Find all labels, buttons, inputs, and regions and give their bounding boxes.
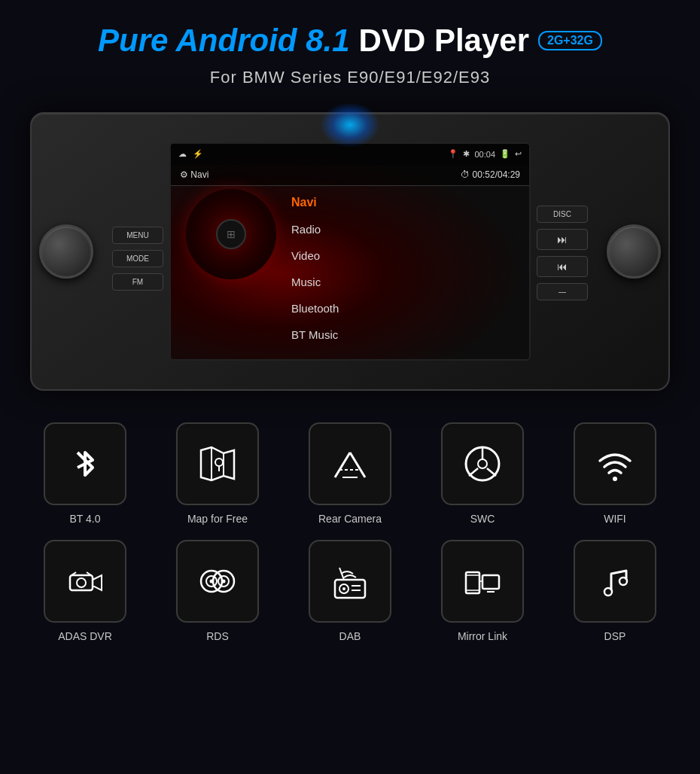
svg-line-12 bbox=[469, 468, 478, 476]
disc-button[interactable]: DISC bbox=[537, 206, 588, 223]
feature-box-rear-camera bbox=[309, 422, 391, 505]
svg-point-25 bbox=[222, 580, 226, 584]
menu-button[interactable]: MENU bbox=[112, 227, 163, 244]
menu-item-bluetooth[interactable]: Bluetooth bbox=[276, 295, 529, 321]
mirror-link-icon bbox=[460, 559, 505, 604]
subtitle: For BMW Series E90/E91/E92/E93 bbox=[15, 68, 685, 87]
menu-item-btmusic[interactable]: BT Music bbox=[276, 321, 529, 348]
timer-display: ⏱ 00:52/04:29 bbox=[461, 169, 520, 180]
feature-rds: RDS bbox=[163, 540, 272, 642]
dsp-icon bbox=[592, 559, 638, 604]
left-panel: MENU MODE FM bbox=[112, 212, 163, 291]
svg-point-28 bbox=[342, 587, 345, 590]
feature-box-mirror bbox=[441, 540, 524, 623]
feature-box-wifi bbox=[574, 422, 656, 505]
main-screen: NAVI ⏏ ☁ ⚡ 📍 ✱ 00:04 🔋 ↩ bbox=[169, 142, 531, 361]
feature-box-rds bbox=[176, 540, 259, 623]
dab-icon bbox=[327, 559, 373, 604]
sub-status-bar: ⚙ Navi ⏱ 00:52/04:29 bbox=[171, 165, 529, 186]
feature-bt: BT 4.0 bbox=[30, 422, 140, 525]
menu-item-video[interactable]: Video bbox=[276, 242, 529, 269]
feature-swc: SWC bbox=[428, 422, 537, 525]
mode-button[interactable]: MODE bbox=[112, 250, 163, 267]
svg-rect-35 bbox=[482, 575, 499, 589]
left-buttons: MENU MODE FM bbox=[112, 227, 163, 291]
right-knob[interactable] bbox=[607, 224, 661, 279]
feature-box-dab bbox=[309, 540, 391, 623]
svg-point-16 bbox=[77, 578, 86, 587]
disc-inner: ⊞ bbox=[216, 219, 246, 249]
menu-item-navi[interactable]: Navi bbox=[276, 189, 529, 216]
feature-box-map bbox=[176, 422, 259, 505]
device-section: MENU MODE FM NAVI ⏏ ☁ ⚡ 📍 ✱ 0 bbox=[26, 102, 674, 400]
cloud-icon: ☁ bbox=[178, 149, 187, 159]
feature-box-dsp bbox=[574, 540, 656, 623]
svg-line-6 bbox=[350, 453, 365, 477]
feature-box-adas bbox=[44, 540, 126, 623]
svg-point-10 bbox=[478, 459, 487, 468]
feature-dsp: DSP bbox=[560, 540, 670, 642]
wifi-label: WIFI bbox=[604, 513, 626, 525]
right-panel: DISC ⏭ ⏮ — bbox=[537, 202, 588, 300]
svg-point-38 bbox=[604, 588, 612, 596]
map-label: Map for Free bbox=[187, 513, 248, 525]
title-dvd: DVD Player bbox=[359, 23, 529, 59]
features-section: BT 4.0 Map for Free bbox=[0, 407, 700, 650]
feature-dab: DAB bbox=[295, 540, 405, 642]
main-title: Pure Android 8.1 DVD Player 2G+32G bbox=[98, 23, 602, 59]
svg-point-39 bbox=[619, 577, 627, 585]
next-button[interactable]: ⏭ bbox=[537, 229, 588, 250]
features-grid: BT 4.0 Map for Free bbox=[30, 422, 670, 642]
rear-camera-icon bbox=[327, 441, 373, 486]
disc-graphic: ⊞ bbox=[186, 189, 276, 279]
feature-mirror: Mirror Link bbox=[428, 540, 537, 642]
map-icon bbox=[195, 441, 240, 486]
svg-point-14 bbox=[613, 477, 617, 481]
fm-button[interactable]: FM bbox=[112, 273, 163, 291]
page-header: Pure Android 8.1 DVD Player 2G+32G For B… bbox=[0, 0, 700, 95]
mirror-label: Mirror Link bbox=[458, 630, 507, 642]
svg-line-5 bbox=[335, 453, 350, 477]
battery-icon: 🔋 bbox=[500, 149, 510, 159]
bluetooth-status-icon: ✱ bbox=[463, 149, 470, 159]
time-display: 00:04 bbox=[474, 150, 495, 159]
bluetooth-icon bbox=[62, 441, 108, 486]
disc-outer: ⊞ bbox=[186, 189, 276, 279]
minus-button[interactable]: — bbox=[537, 283, 588, 300]
grid-icon: ⊞ bbox=[227, 228, 236, 240]
title-android: Pure Android 8.1 bbox=[98, 23, 350, 59]
status-left: ☁ ⚡ bbox=[178, 149, 203, 159]
bt-label: BT 4.0 bbox=[70, 513, 101, 525]
menu-item-radio[interactable]: Radio bbox=[276, 216, 529, 242]
svg-marker-17 bbox=[93, 575, 102, 590]
adas-label: ADAS DVR bbox=[58, 630, 112, 642]
steering-wheel-icon bbox=[460, 441, 505, 486]
feature-adas: ADAS DVR bbox=[30, 540, 140, 642]
rds-label: RDS bbox=[206, 630, 229, 642]
menu-item-music[interactable]: Music bbox=[276, 269, 529, 295]
wifi-icon bbox=[592, 441, 638, 486]
swc-label: SWC bbox=[470, 513, 495, 525]
feature-wifi: WIFI bbox=[560, 422, 670, 525]
glow-effect bbox=[320, 102, 380, 148]
back-icon[interactable]: ↩ bbox=[515, 149, 522, 159]
rds-icon bbox=[195, 559, 240, 604]
screen-background: ☁ ⚡ 📍 ✱ 00:04 🔋 ↩ ⚙ Navi ⏱ 00:52/04:29 bbox=[171, 144, 529, 359]
status-right: 📍 ✱ 00:04 🔋 ↩ bbox=[448, 149, 522, 159]
svg-line-13 bbox=[487, 468, 496, 476]
usb-icon: ⚡ bbox=[193, 149, 203, 159]
menu-list: Navi Radio Video Music Bluetooth BT Musi… bbox=[276, 186, 529, 351]
dvr-icon bbox=[62, 559, 108, 604]
location-icon: 📍 bbox=[448, 149, 458, 159]
feature-box-bt bbox=[44, 422, 126, 505]
feature-box-swc bbox=[441, 422, 524, 505]
right-buttons: DISC ⏭ ⏮ — bbox=[537, 206, 588, 300]
svg-point-3 bbox=[215, 459, 223, 466]
dab-label: DAB bbox=[339, 630, 361, 642]
badge-2g32g: 2G+32G bbox=[538, 31, 602, 50]
feature-map: Map for Free bbox=[163, 422, 272, 525]
prev-button[interactable]: ⏮ bbox=[537, 256, 588, 277]
left-knob[interactable] bbox=[39, 224, 93, 279]
rear-camera-label: Rear Camera bbox=[318, 513, 382, 525]
svg-marker-0 bbox=[201, 447, 234, 480]
